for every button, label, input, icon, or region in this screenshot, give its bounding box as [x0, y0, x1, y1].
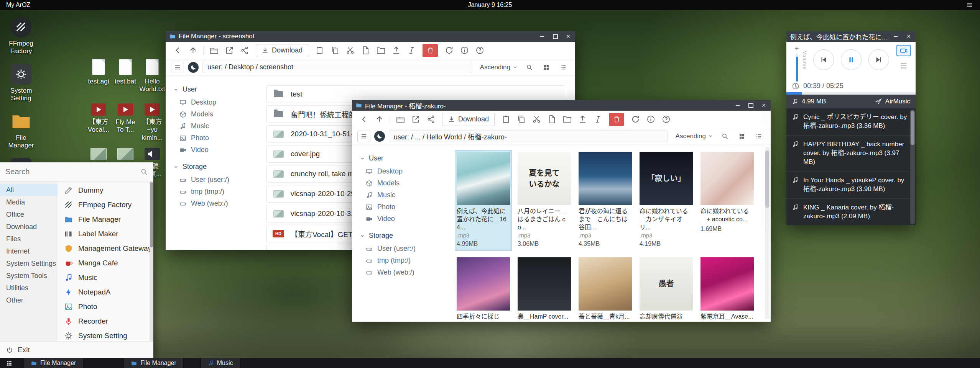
breadcrumb[interactable]: user: / ... / Hello World / 柘榴-zakuro- [389, 131, 668, 142]
close-button[interactable]: × [761, 102, 767, 108]
share-button[interactable] [424, 112, 438, 127]
search-button[interactable] [523, 62, 536, 73]
category-item[interactable]: All [0, 184, 58, 196]
file-tile[interactable]: 愚者 忘却廣傳代償演唱... [638, 256, 694, 322]
app-list-item[interactable]: File Manager [58, 212, 153, 227]
sidebar-item[interactable]: Models [173, 108, 263, 120]
sidebar-item[interactable]: Photo [360, 201, 450, 213]
window-titlebar[interactable]: 例えば、今此処に置かれた花に＿164 c... × [786, 31, 916, 42]
list-view-button[interactable] [752, 131, 765, 142]
sort-order-select[interactable]: Ascending [480, 64, 518, 71]
file-tile[interactable]: 夏を見て いるかな 八月のレイニー＿はるまきごはん co... .mp3 3.0… [516, 150, 572, 250]
desktop-file-icon[interactable]: 【東方~yu kimin... [139, 100, 166, 145]
open-button[interactable] [207, 43, 221, 58]
app-list-item[interactable]: Dummy [58, 183, 153, 198]
window-titlebar[interactable]: File Manager - 柘榴-zakuro- × [352, 100, 771, 111]
download-button[interactable]: Download [256, 44, 308, 57]
top-menu-button[interactable] [966, 2, 973, 8]
open-button[interactable] [393, 112, 408, 127]
file-tile[interactable]: 四季折々に採じて... [455, 256, 511, 322]
file-tile[interactable]: 裏＿HamP cover... [516, 256, 572, 322]
app-list-item[interactable]: FFmpeg Factory [58, 198, 153, 212]
playlist-item[interactable]: In Your Hands _ yusukeP cover. by 柘榴-zak… [786, 172, 910, 199]
desktop-icon[interactable]: FFmpeg Factory [6, 17, 36, 56]
new-file-button[interactable] [358, 43, 373, 58]
maximize-button[interactable] [552, 33, 558, 39]
close-button[interactable]: × [906, 33, 912, 39]
playlist-scrollbar[interactable] [910, 109, 915, 224]
scrollbar-thumb[interactable] [765, 150, 769, 208]
copy-button[interactable] [327, 43, 342, 58]
sidebar-item[interactable]: Music [360, 189, 450, 201]
app-list-item[interactable]: Label Maker [58, 227, 153, 241]
up-button[interactable] [372, 112, 386, 127]
sidebar-item[interactable]: Video [173, 144, 263, 156]
sidebar-item[interactable]: Models [360, 177, 450, 189]
scrollbar-thumb[interactable] [911, 111, 914, 145]
file-tile[interactable]: 例えば、今此処に置かれた花に＿164... .mp3 4.99MB [455, 150, 511, 250]
app-list-item[interactable]: NotepadA [58, 285, 153, 299]
category-item[interactable]: System Settings [0, 257, 58, 270]
desktop-file-icon[interactable]: test.agi [85, 56, 112, 100]
sidebar-section-storage[interactable]: Storage [360, 232, 450, 240]
window-titlebar[interactable]: File Manager - screenshot × [166, 31, 575, 42]
maximize-button[interactable] [748, 102, 754, 108]
sidebar-toggle-button[interactable] [357, 131, 370, 142]
paste-button[interactable] [312, 43, 327, 58]
category-item[interactable]: Files [0, 233, 58, 245]
upload-button[interactable] [389, 43, 403, 58]
scrollbar-thumb[interactable] [150, 182, 153, 247]
app-list-item[interactable]: Photo [58, 299, 153, 314]
output-device-button[interactable] [896, 45, 911, 56]
theme-toggle-button[interactable] [188, 62, 199, 73]
download-button[interactable]: Download [442, 113, 495, 126]
taskbar-item[interactable]: Music [201, 358, 240, 368]
grid-view-button[interactable] [735, 131, 748, 142]
sidebar-toggle-button[interactable] [171, 62, 184, 73]
file-tile[interactable]: 命に嫌われている＿+ acoustic co... 1.69MB [699, 150, 755, 250]
upload-button[interactable] [575, 112, 590, 127]
delete-button[interactable] [423, 44, 438, 57]
exit-button[interactable]: Exit [0, 341, 153, 358]
player-menu-button[interactable] [899, 62, 908, 70]
desktop-file-icon[interactable]: test.bat [112, 56, 139, 100]
minimize-button[interactable] [893, 33, 899, 39]
category-item[interactable]: System Tools [0, 270, 58, 282]
cut-button[interactable] [343, 43, 357, 58]
taskbar-item[interactable]: File Manager [24, 358, 83, 368]
rename-button[interactable] [404, 43, 419, 58]
next-track-button[interactable] [868, 49, 889, 70]
up-button[interactable] [186, 43, 200, 58]
paste-button[interactable] [498, 112, 513, 127]
help-button[interactable] [659, 112, 673, 127]
new-folder-button[interactable] [560, 112, 574, 127]
desktop-file-icon[interactable]: Fly Me To T... [112, 100, 139, 145]
category-item[interactable]: Office [0, 208, 58, 221]
sidebar-item-storage[interactable]: User (user:/) [360, 243, 450, 255]
sidebar-item-storage[interactable]: tmp (tmp:/) [360, 255, 450, 267]
sidebar-item-storage[interactable]: User (user:/) [173, 174, 263, 186]
app-list-item[interactable]: Management Gateway [58, 241, 153, 256]
minimize-button[interactable] [539, 33, 545, 39]
playlist-item[interactable]: HAPPY BIRTHDAY _ back number cover. by 柘… [786, 136, 910, 172]
category-item[interactable]: Media [0, 196, 58, 208]
help-button[interactable] [472, 43, 487, 58]
desktop-icon[interactable]: File Manager [6, 111, 36, 150]
system-brand[interactable]: My ArOZ [6, 2, 30, 8]
desktop-file-icon[interactable]: 【東方Vocal... [85, 100, 112, 145]
properties-button[interactable] [457, 43, 472, 58]
search-button[interactable] [719, 131, 732, 142]
cut-button[interactable] [529, 112, 544, 127]
back-button[interactable] [170, 43, 185, 58]
app-list-item[interactable]: Manga Cafe [58, 256, 153, 270]
sidebar-item[interactable]: Photo [173, 132, 263, 144]
app-list-item[interactable]: Recorder [58, 314, 153, 329]
sidebar-item[interactable]: Video [360, 213, 450, 225]
file-tile[interactable]: 「寂しい」 命に嫌われている＿カンザキイオリ... .mp3 4.19MB [638, 150, 694, 250]
file-tile[interactable]: 紫電京耳＿Avase... [699, 256, 755, 322]
sidebar-item-storage[interactable]: tmp (tmp:/) [173, 186, 263, 198]
start-menu-scrollbar[interactable] [150, 182, 153, 341]
pause-button[interactable] [841, 49, 862, 70]
desktop-icon[interactable]: System Setting [6, 64, 36, 103]
sidebar-item-storage[interactable]: Web (web:/) [173, 198, 263, 209]
